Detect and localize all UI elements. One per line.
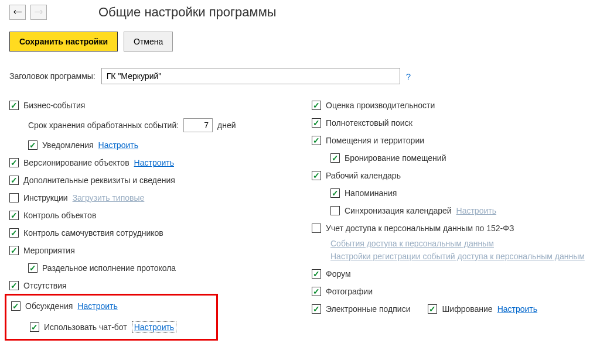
forward-button: 🡒 <box>30 5 47 20</box>
perf-eval-label: Оценка производительности <box>326 101 435 110</box>
notifications-checkbox[interactable] <box>28 140 38 150</box>
absences-checkbox[interactable] <box>9 281 19 290</box>
object-control-label: Контроль объектов <box>23 211 96 220</box>
additional-props-checkbox[interactable] <box>9 176 19 185</box>
object-control-checkbox[interactable] <box>9 211 19 220</box>
encryption-label: Шифрование <box>442 304 492 314</box>
back-button[interactable]: 🡐 <box>9 5 26 20</box>
wellbeing-label: Контроль самочувствия сотрудников <box>23 228 163 238</box>
fulltext-checkbox[interactable] <box>312 118 321 128</box>
reminders-checkbox[interactable] <box>330 188 340 198</box>
instructions-label: Инструкции <box>23 193 68 202</box>
photos-checkbox[interactable] <box>312 287 321 296</box>
calendar-sync-label: Синхронизация календарей <box>345 206 452 215</box>
business-events-label: Бизнес-события <box>23 101 85 110</box>
notifications-configure-link[interactable]: Настроить <box>98 140 138 150</box>
chatbot-configure-link[interactable]: Настроить <box>132 321 176 333</box>
encryption-checkbox[interactable] <box>428 304 437 314</box>
wellbeing-checkbox[interactable] <box>9 228 19 238</box>
digital-signatures-checkbox[interactable] <box>312 304 321 314</box>
separate-execution-label: Раздельное исполнение протокола <box>42 263 176 273</box>
left-column: Бизнес-события Срок хранения обработанны… <box>9 101 288 341</box>
calendar-sync-configure-link[interactable]: Настроить <box>456 206 496 215</box>
personal-data-checkbox[interactable] <box>312 224 321 233</box>
signatures-configure-link[interactable]: Настроить <box>497 304 537 314</box>
digital-signatures-label: Электронные подписи <box>326 304 410 314</box>
work-calendar-label: Рабочий календарь <box>326 171 401 180</box>
business-events-checkbox[interactable] <box>9 101 19 110</box>
notifications-label: Уведомления <box>42 140 94 150</box>
program-title-input[interactable] <box>101 68 400 84</box>
save-button[interactable]: Сохранить настройки <box>9 32 118 51</box>
load-typical-link[interactable]: Загрузить типовые <box>73 193 145 202</box>
chatbot-label: Использовать чат-бот <box>44 322 127 332</box>
page-title: Общие настройки программы <box>98 5 277 20</box>
room-booking-label: Бронирование помещений <box>345 153 446 163</box>
discussions-configure-link[interactable]: Настроить <box>77 301 117 311</box>
additional-props-label: Дополнительные реквизиты и сведения <box>23 176 175 185</box>
retention-unit: дней <box>217 121 236 130</box>
program-title-label: Заголовок программы: <box>9 71 96 81</box>
forum-checkbox[interactable] <box>312 269 321 279</box>
right-column: Оценка производительности Полнотекстовый… <box>312 101 591 341</box>
premises-checkbox[interactable] <box>312 136 321 145</box>
discussions-checkbox[interactable] <box>11 301 21 311</box>
registration-settings-link[interactable]: Настройки регистрации событий доступа к … <box>330 252 591 261</box>
versioning-label: Версионирование объектов <box>23 158 129 167</box>
forum-label: Форум <box>326 269 351 279</box>
events-checkbox[interactable] <box>9 246 19 255</box>
cancel-button[interactable]: Отмена <box>124 32 173 51</box>
discussions-label: Обсуждения <box>25 301 73 311</box>
versioning-checkbox[interactable] <box>9 158 19 167</box>
perf-eval-checkbox[interactable] <box>312 101 321 110</box>
work-calendar-checkbox[interactable] <box>312 171 321 180</box>
reminders-label: Напоминания <box>345 188 397 198</box>
absences-label: Отсутствия <box>23 281 67 290</box>
retention-label: Срок хранения обработанных событий: <box>28 121 179 130</box>
calendar-sync-checkbox[interactable] <box>330 206 340 215</box>
premises-label: Помещения и территории <box>326 136 424 145</box>
discussions-group-highlight: Обсуждения Настроить Использовать чат-бо… <box>5 294 218 341</box>
separate-execution-checkbox[interactable] <box>28 263 38 273</box>
instructions-checkbox[interactable] <box>9 193 19 202</box>
access-events-link[interactable]: События доступа к персональным данным <box>330 239 591 248</box>
fulltext-label: Полнотекстовый поиск <box>326 118 412 128</box>
events-label: Мероприятия <box>23 246 75 255</box>
help-link[interactable]: ? <box>406 71 411 81</box>
personal-data-label: Учет доступа к персональным данным по 15… <box>326 224 514 233</box>
retention-input[interactable] <box>183 118 213 132</box>
room-booking-checkbox[interactable] <box>330 153 340 163</box>
versioning-configure-link[interactable]: Настроить <box>134 158 174 167</box>
photos-label: Фотографии <box>326 287 373 296</box>
chatbot-checkbox[interactable] <box>30 322 39 332</box>
